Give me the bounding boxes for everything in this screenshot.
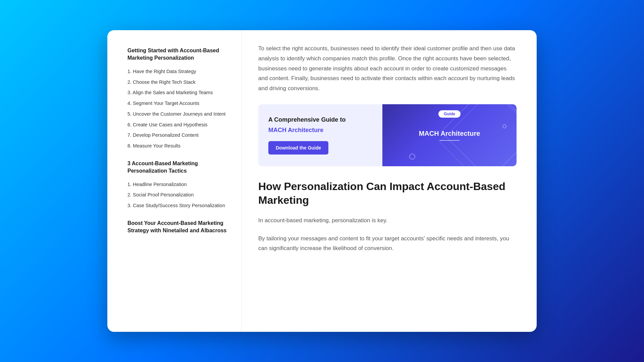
decor-circle-2 <box>502 124 506 128</box>
tactics-section: 3 Account-Based Marketing Personalizatio… <box>127 160 231 209</box>
list-item[interactable]: 7. Develop Personalized Content <box>127 132 231 139</box>
list-item[interactable]: 6. Create Use Cases and Hypothesis <box>127 121 231 129</box>
sidebar-section1-title: Getting Started with Account-Based Marke… <box>127 47 231 62</box>
nav-link-3[interactable]: 3. Align the Sales and Marketing Teams <box>127 90 213 95</box>
nav-link-1[interactable]: 1. Have the Right Data Strategy <box>127 69 196 74</box>
guide-card-right: Guide MACH Architecture <box>382 104 517 166</box>
main-content: To select the right accounts, businesses… <box>241 30 537 332</box>
nav-link-4[interactable]: 4. Segment Your Target Accounts <box>127 101 199 106</box>
list-item[interactable]: 4. Segment Your Target Accounts <box>127 100 231 107</box>
sidebar-nav-list: 1. Have the Right Data Strategy 2. Choos… <box>127 68 231 150</box>
tactics-link-1[interactable]: 1. Headline Personalization <box>127 182 187 187</box>
body-paragraph-2: By tailoring your messages and content t… <box>258 234 517 254</box>
nav-link-6[interactable]: 6. Create Use Cases and Hypothesis <box>127 122 208 127</box>
list-item[interactable]: 8. Measure Your Results <box>127 142 231 150</box>
list-item[interactable]: 1. Have the Right Data Strategy <box>127 68 231 75</box>
section-heading: How Personalization Can Impact Account-B… <box>258 180 517 207</box>
sidebar: Getting Started with Account-Based Marke… <box>107 30 241 332</box>
list-item[interactable]: 2. Choose the Right Tech Stack <box>127 79 231 86</box>
nav-link-8[interactable]: 8. Measure Your Results <box>127 143 180 148</box>
list-item[interactable]: 2. Social Proof Personalization <box>127 191 231 199</box>
intro-paragraph: To select the right accounts, businesses… <box>258 44 517 94</box>
list-item[interactable]: 5. Uncover the Customer Journeys and Int… <box>127 111 231 118</box>
tactics-link-3[interactable]: 3. Case Study/Success Story Personalizat… <box>127 203 225 208</box>
guide-card-title: A Comprehensive Guide to <box>268 116 372 124</box>
list-item[interactable]: 3. Align the Sales and Marketing Teams <box>127 89 231 97</box>
list-item[interactable]: 1. Headline Personalization <box>127 181 231 188</box>
nav-link-2[interactable]: 2. Choose the Right Tech Stack <box>127 79 196 85</box>
boost-title: Boost Your Account-Based Marketing Strat… <box>127 220 231 235</box>
nav-link-7[interactable]: 7. Develop Personalized Content <box>127 132 199 138</box>
guide-card-left: A Comprehensive Guide to MACH Architectu… <box>258 104 382 166</box>
tactics-link-2[interactable]: 2. Social Proof Personalization <box>127 192 194 197</box>
guide-card-subtitle: MACH Architecture <box>268 126 372 134</box>
guide-card: A Comprehensive Guide to MACH Architectu… <box>258 104 517 166</box>
guide-card-right-title: MACH Architecture <box>419 130 480 141</box>
decor-circle-1 <box>409 154 415 160</box>
guide-badge: Guide <box>438 110 461 118</box>
sidebar-section2-title: 3 Account-Based Marketing Personalizatio… <box>127 160 231 175</box>
boost-section: Boost Your Account-Based Marketing Strat… <box>127 220 231 235</box>
list-item[interactable]: 3. Case Study/Success Story Personalizat… <box>127 202 231 209</box>
body-paragraph-1: In account-based marketing, personalizat… <box>258 216 517 226</box>
main-card: Getting Started with Account-Based Marke… <box>107 30 537 332</box>
tactics-nav-list: 1. Headline Personalization 2. Social Pr… <box>127 181 231 209</box>
download-guide-button[interactable]: Download the Guide <box>268 141 328 155</box>
nav-link-5[interactable]: 5. Uncover the Customer Journeys and Int… <box>127 111 226 117</box>
